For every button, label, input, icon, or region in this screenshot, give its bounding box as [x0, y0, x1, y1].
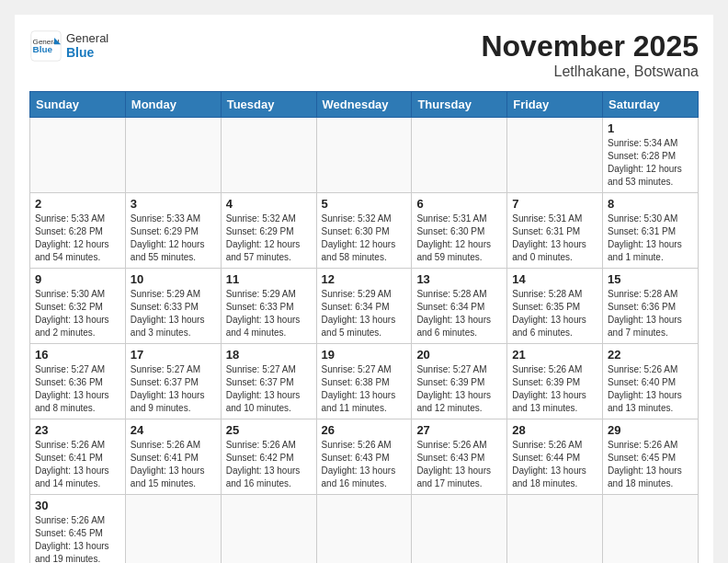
sunset-29: Sunset: 6:45 PM: [608, 453, 676, 463]
sunrise-13: Sunrise: 5:28 AM: [416, 289, 486, 299]
day-number-19: 19: [322, 348, 407, 362]
daylight-20: Daylight: 13 hours and 12 minutes.: [416, 390, 491, 413]
daylight-25: Daylight: 13 hours and 16 minutes.: [226, 465, 301, 488]
sunrise-2: Sunrise: 5:33 AM: [35, 213, 105, 224]
generalblue-logo-icon: General Blue: [29, 29, 63, 63]
day-18: 18 Sunrise: 5:27 AM Sunset: 6:37 PM Dayl…: [221, 344, 316, 419]
day-number-15: 15: [608, 272, 693, 286]
day-info-29: Sunrise: 5:26 AM Sunset: 6:45 PM Dayligh…: [608, 439, 693, 490]
daylight-17: Daylight: 13 hours and 9 minutes.: [131, 390, 205, 413]
daylight-21: Daylight: 13 hours and 13 minutes.: [512, 390, 586, 413]
daylight-10: Daylight: 13 hours and 3 minutes.: [131, 315, 205, 338]
day-28: 28 Sunrise: 5:26 AM Sunset: 6:44 PM Dayl…: [507, 419, 603, 495]
empty-cell: [125, 495, 221, 564]
header-thursday: Thursday: [412, 92, 507, 118]
day-10: 10 Sunrise: 5:29 AM Sunset: 6:33 PM Dayl…: [125, 269, 221, 344]
day-info-10: Sunrise: 5:29 AM Sunset: 6:33 PM Dayligh…: [131, 288, 216, 339]
day-info-9: Sunrise: 5:30 AM Sunset: 6:32 PM Dayligh…: [35, 288, 120, 339]
sunset-25: Sunset: 6:42 PM: [226, 453, 294, 463]
day-info-3: Sunrise: 5:33 AM Sunset: 6:29 PM Dayligh…: [131, 213, 216, 264]
day-number-21: 21: [512, 348, 597, 362]
day-number-6: 6: [416, 197, 502, 211]
daylight-29: Daylight: 13 hours and 18 minutes.: [608, 465, 682, 488]
sunrise-22: Sunrise: 5:26 AM: [608, 364, 677, 374]
day-number-14: 14: [512, 272, 597, 286]
sunset-5: Sunset: 6:30 PM: [322, 226, 390, 236]
sunrise-30: Sunrise: 5:26 AM: [35, 515, 105, 525]
sunrise-6: Sunrise: 5:31 AM: [416, 213, 486, 224]
sunset-18: Sunset: 6:37 PM: [226, 377, 294, 387]
day-info-24: Sunrise: 5:26 AM Sunset: 6:41 PM Dayligh…: [131, 439, 216, 490]
daylight-9: Daylight: 13 hours and 2 minutes.: [35, 315, 109, 338]
sunset-9: Sunset: 6:32 PM: [35, 302, 103, 312]
day-number-4: 4: [226, 197, 312, 211]
header-monday: Monday: [125, 92, 221, 118]
calendar-row-6: 30 Sunrise: 5:26 AM Sunset: 6:45 PM Dayl…: [30, 495, 699, 564]
logo-blue: Blue: [66, 45, 108, 61]
empty-cell: [221, 495, 316, 564]
sunrise-16: Sunrise: 5:27 AM: [35, 364, 105, 374]
sunrise-10: Sunrise: 5:29 AM: [131, 289, 200, 299]
day-5: 5 Sunrise: 5:32 AM Sunset: 6:30 PM Dayli…: [316, 193, 412, 269]
day-number-13: 13: [416, 272, 502, 286]
day-6: 6 Sunrise: 5:31 AM Sunset: 6:30 PM Dayli…: [412, 193, 507, 269]
day-info-2: Sunrise: 5:33 AM Sunset: 6:28 PM Dayligh…: [35, 213, 120, 264]
day-info-18: Sunrise: 5:27 AM Sunset: 6:37 PM Dayligh…: [226, 363, 312, 415]
empty-cell: [507, 118, 603, 193]
sunset-10: Sunset: 6:33 PM: [131, 302, 199, 312]
day-info-15: Sunrise: 5:28 AM Sunset: 6:36 PM Dayligh…: [608, 288, 693, 339]
daylight-12: Daylight: 13 hours and 5 minutes.: [322, 315, 396, 338]
day-number-20: 20: [416, 348, 502, 362]
day-info-16: Sunrise: 5:27 AM Sunset: 6:36 PM Dayligh…: [35, 363, 120, 415]
header-friday: Friday: [507, 92, 603, 118]
day-info-13: Sunrise: 5:28 AM Sunset: 6:34 PM Dayligh…: [416, 288, 502, 339]
day-number-3: 3: [131, 197, 216, 211]
sunrise-5: Sunrise: 5:32 AM: [322, 213, 392, 224]
day-info-28: Sunrise: 5:26 AM Sunset: 6:44 PM Dayligh…: [512, 439, 597, 490]
sunrise-21: Sunrise: 5:26 AM: [512, 364, 582, 374]
sunset-6: Sunset: 6:30 PM: [416, 226, 484, 236]
day-number-22: 22: [608, 348, 693, 362]
sunset-23: Sunset: 6:41 PM: [35, 453, 103, 463]
daylight-30: Daylight: 13 hours and 19 minutes.: [35, 541, 109, 563]
sunrise-28: Sunrise: 5:26 AM: [512, 440, 582, 450]
sunrise-19: Sunrise: 5:27 AM: [322, 364, 392, 374]
empty-cell: [316, 118, 412, 193]
day-number-30: 30: [35, 499, 120, 512]
calendar-table: Sunday Monday Tuesday Wednesday Thursday…: [29, 91, 699, 563]
location: Letlhakane, Botswana: [481, 63, 699, 80]
day-13: 13 Sunrise: 5:28 AM Sunset: 6:34 PM Dayl…: [412, 269, 507, 344]
day-info-12: Sunrise: 5:29 AM Sunset: 6:34 PM Dayligh…: [322, 288, 407, 339]
day-12: 12 Sunrise: 5:29 AM Sunset: 6:34 PM Dayl…: [316, 269, 412, 344]
svg-text:Blue: Blue: [33, 44, 53, 54]
day-number-23: 23: [35, 423, 120, 437]
day-number-18: 18: [226, 348, 312, 362]
sunset-20: Sunset: 6:39 PM: [416, 377, 484, 387]
daylight-24: Daylight: 13 hours and 15 minutes.: [131, 465, 205, 488]
daylight-8: Daylight: 13 hours and 1 minute.: [608, 239, 682, 262]
sunset-15: Sunset: 6:36 PM: [608, 302, 676, 312]
day-info-27: Sunrise: 5:26 AM Sunset: 6:43 PM Dayligh…: [416, 439, 502, 490]
day-number-26: 26: [322, 423, 407, 437]
sunrise-7: Sunrise: 5:31 AM: [512, 213, 582, 224]
sunset-4: Sunset: 6:29 PM: [226, 226, 294, 236]
daylight-13: Daylight: 13 hours and 6 minutes.: [416, 315, 491, 338]
sunset-1: Sunset: 6:28 PM: [608, 151, 676, 161]
sunset-2: Sunset: 6:28 PM: [35, 226, 103, 236]
sunset-11: Sunset: 6:33 PM: [226, 302, 294, 312]
sunrise-3: Sunrise: 5:33 AM: [131, 213, 200, 224]
day-4: 4 Sunrise: 5:32 AM Sunset: 6:29 PM Dayli…: [221, 193, 316, 269]
sunset-17: Sunset: 6:37 PM: [131, 377, 199, 387]
day-number-2: 2: [35, 197, 120, 211]
header-sunday: Sunday: [30, 92, 126, 118]
month-title: November 2025: [481, 29, 699, 63]
day-info-19: Sunrise: 5:27 AM Sunset: 6:38 PM Dayligh…: [322, 363, 407, 415]
sunset-22: Sunset: 6:40 PM: [608, 377, 676, 387]
day-26: 26 Sunrise: 5:26 AM Sunset: 6:43 PM Dayl…: [316, 419, 412, 495]
daylight-18: Daylight: 13 hours and 10 minutes.: [226, 390, 301, 413]
daylight-27: Daylight: 13 hours and 17 minutes.: [416, 465, 491, 488]
daylight-3: Daylight: 12 hours and 55 minutes.: [131, 239, 205, 262]
sunset-7: Sunset: 6:31 PM: [512, 226, 580, 236]
calendar-row-4: 16 Sunrise: 5:27 AM Sunset: 6:36 PM Dayl…: [30, 344, 699, 419]
day-info-8: Sunrise: 5:30 AM Sunset: 6:31 PM Dayligh…: [608, 213, 693, 264]
